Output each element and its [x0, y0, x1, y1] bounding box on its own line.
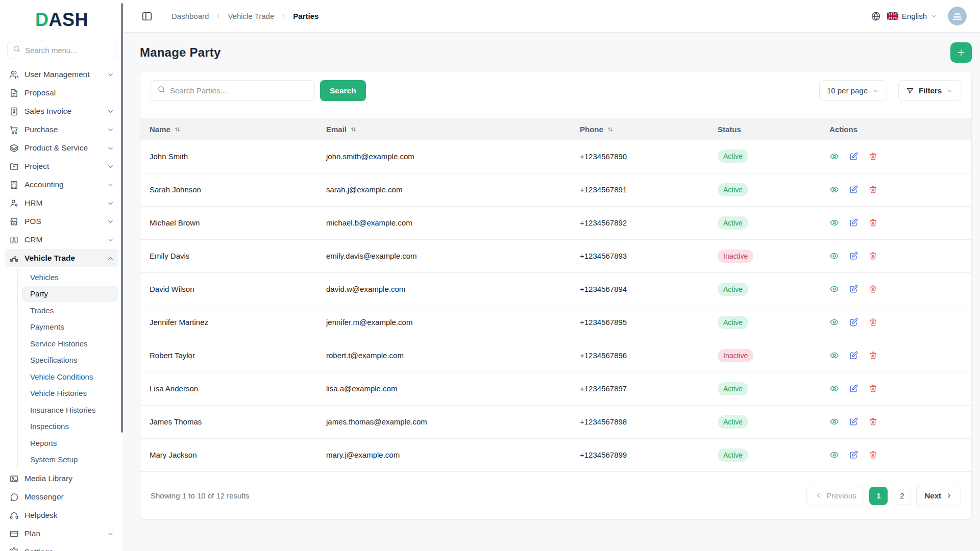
- view-icon[interactable]: [829, 218, 839, 228]
- delete-icon[interactable]: [868, 384, 878, 393]
- sidebar-subitem-reports[interactable]: Reports: [22, 435, 118, 452]
- chevron-down-icon: [107, 108, 114, 115]
- sidebar-item-helpdesk[interactable]: Helpdesk: [5, 506, 118, 524]
- party-search-input[interactable]: [170, 86, 308, 95]
- column-header-phone[interactable]: Phone: [571, 118, 708, 140]
- delete-icon[interactable]: [868, 251, 878, 261]
- view-icon[interactable]: [829, 251, 839, 261]
- sidebar-subitem-inspections[interactable]: Inspections: [22, 418, 118, 435]
- page-head: Manage Party: [140, 42, 972, 63]
- sidebar-subitem-system-setup[interactable]: System Setup: [22, 452, 118, 468]
- sidebar-search-input[interactable]: [25, 46, 111, 55]
- view-icon[interactable]: [829, 152, 839, 161]
- edit-icon[interactable]: [849, 284, 859, 294]
- table-header-row: NameEmailPhoneStatusActions: [140, 118, 971, 140]
- language-label: English: [902, 12, 927, 20]
- sidebar-subitem-specifications[interactable]: Specifications: [22, 352, 118, 369]
- sort-icon[interactable]: [350, 126, 357, 133]
- delete-icon[interactable]: [868, 317, 878, 327]
- edit-icon[interactable]: [849, 251, 859, 261]
- plan-icon: [9, 529, 19, 539]
- delete-icon[interactable]: [868, 284, 878, 294]
- sidebar-subitem-vehicle-conditions[interactable]: Vehicle Conditions: [22, 368, 118, 385]
- breadcrumb-item-dashboard[interactable]: Dashboard: [172, 12, 209, 20]
- view-icon[interactable]: [829, 317, 839, 327]
- edit-icon[interactable]: [849, 152, 859, 161]
- page-button-2[interactable]: 2: [893, 487, 911, 505]
- page-title: Manage Party: [140, 45, 220, 60]
- edit-icon[interactable]: [849, 317, 859, 327]
- delete-icon[interactable]: [868, 152, 878, 161]
- sidebar-item-label: HRM: [24, 198, 101, 208]
- delete-icon[interactable]: [868, 417, 878, 427]
- edit-icon[interactable]: [849, 218, 859, 228]
- sidebar-item-pos[interactable]: POS: [5, 212, 118, 231]
- next-page-button[interactable]: Next: [916, 486, 961, 506]
- chevron-down-icon: [946, 87, 953, 94]
- per-page-select[interactable]: 10 per page: [819, 80, 887, 101]
- edit-icon[interactable]: [849, 450, 859, 460]
- delete-icon[interactable]: [868, 218, 878, 228]
- sidebar-item-plan[interactable]: Plan: [5, 524, 118, 543]
- chevron-down-icon: [107, 530, 114, 538]
- sidebar-item-sales-invoice[interactable]: Sales Invoice: [5, 102, 118, 120]
- column-label: Status: [718, 125, 741, 134]
- sidebar-item-user-management[interactable]: User Management: [5, 65, 118, 84]
- sidebar-item-proposal[interactable]: Proposal: [5, 84, 118, 102]
- view-icon[interactable]: [829, 185, 839, 194]
- edit-icon[interactable]: [849, 185, 859, 194]
- project-icon: [9, 162, 19, 171]
- view-icon[interactable]: [829, 417, 839, 427]
- topbar: DashboardVehicle TradeParties English: [124, 0, 980, 33]
- sidebar-subitem-trades[interactable]: Trades: [22, 302, 118, 319]
- sidebar-toggle-icon[interactable]: [141, 11, 153, 22]
- sidebar-subitem-service-histories[interactable]: Service Histories: [22, 335, 118, 352]
- sidebar-item-project[interactable]: Project: [5, 157, 118, 176]
- search-button[interactable]: Search: [320, 80, 366, 101]
- chevron-down-icon: [930, 13, 938, 20]
- sidebar-item-hrm[interactable]: HRM: [5, 194, 118, 212]
- sidebar-subitem-vehicle-histories[interactable]: Vehicle Histories: [22, 385, 118, 402]
- cell-email: mary.j@example.com: [317, 438, 571, 471]
- sidebar-item-media-library[interactable]: Media Library: [5, 469, 118, 488]
- sidebar-item-settings[interactable]: Settings: [5, 543, 118, 551]
- sidebar-subitem-vehicles[interactable]: Vehicles: [22, 269, 118, 286]
- edit-icon[interactable]: [849, 417, 859, 427]
- view-icon[interactable]: [829, 350, 839, 360]
- sort-icon[interactable]: [606, 126, 614, 133]
- column-header-name[interactable]: Name: [140, 118, 317, 140]
- delete-icon[interactable]: [868, 450, 878, 460]
- search-icon: [13, 45, 21, 55]
- previous-page-button[interactable]: Previous: [806, 486, 864, 506]
- view-icon[interactable]: [829, 384, 839, 393]
- sidebar-item-purchase[interactable]: Purchase: [5, 120, 118, 139]
- view-icon[interactable]: [829, 450, 839, 460]
- sidebar-subitem-insurance-histories[interactable]: Insurance Histories: [22, 402, 118, 418]
- cell-email: jennifer.m@example.com: [317, 306, 571, 339]
- sidebar-item-product-and-service[interactable]: Product & Service: [5, 139, 118, 157]
- sidebar-subitem-party[interactable]: Party: [22, 286, 118, 303]
- filters-button[interactable]: Filters: [898, 80, 961, 101]
- cell-phone: +1234567899: [571, 438, 708, 471]
- view-icon[interactable]: [829, 284, 839, 294]
- edit-icon[interactable]: [849, 384, 859, 393]
- cell-email: michael.b@example.com: [317, 206, 571, 239]
- breadcrumb-item-vehicle-trade[interactable]: Vehicle Trade: [228, 12, 274, 20]
- delete-icon[interactable]: [868, 350, 878, 360]
- column-header-email[interactable]: Email: [317, 118, 571, 140]
- language-selector[interactable]: English: [887, 12, 938, 20]
- sort-icon[interactable]: [174, 126, 181, 133]
- sidebar-item-vehicle-trade[interactable]: Vehicle Trade: [5, 249, 118, 267]
- sidebar-item-accounting[interactable]: Accounting: [5, 176, 118, 194]
- add-party-button[interactable]: [950, 42, 972, 63]
- page-button-1[interactable]: 1: [869, 487, 888, 505]
- delete-icon[interactable]: [868, 185, 878, 194]
- avatar[interactable]: [948, 7, 967, 26]
- globe-icon[interactable]: [871, 11, 881, 21]
- sidebar-subitem-payments[interactable]: Payments: [22, 319, 118, 336]
- edit-icon[interactable]: [849, 350, 859, 360]
- sidebar-item-messenger[interactable]: Messenger: [5, 488, 118, 506]
- sidebar-scrollbar[interactable]: [121, 3, 123, 433]
- sidebar-item-crm[interactable]: CRM: [5, 231, 118, 249]
- row-actions: [829, 251, 963, 261]
